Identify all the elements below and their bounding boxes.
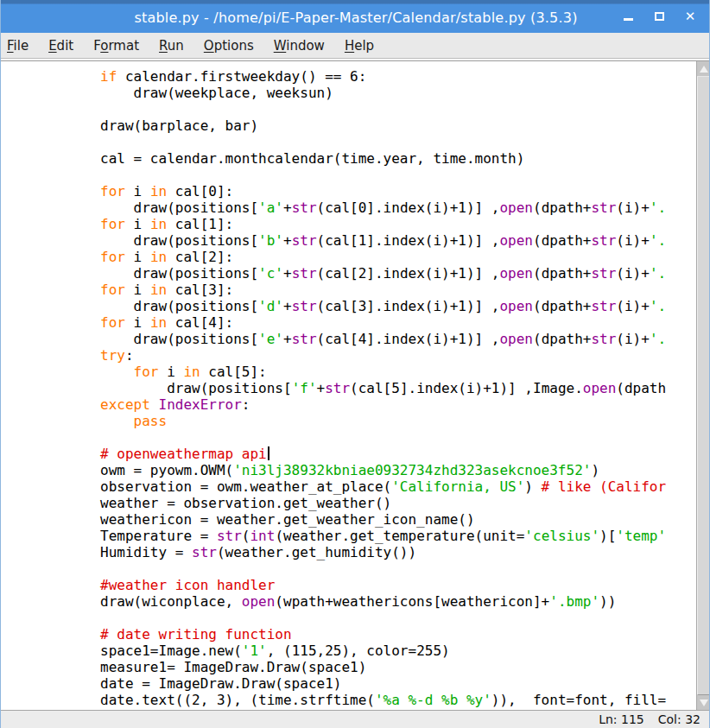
vertical-scrollbar[interactable]: [696, 61, 710, 710]
text-cursor: [268, 446, 269, 460]
code-line: for i in cal[4]:: [34, 314, 696, 331]
code-line: measure1= ImageDraw.Draw(space1): [34, 659, 696, 675]
code-area[interactable]: if calendar.firstweekday() == 6: draw(we…: [1, 61, 696, 710]
code-line: date.text((2, 3), (time.strftime('%a %-d…: [34, 692, 696, 708]
code-line: for i in cal[2]:: [34, 249, 696, 265]
code-line: observation = owm.weather_at_place('Cali…: [34, 478, 696, 495]
code-line: [34, 167, 696, 183]
code-line: except IndexError:: [34, 396, 696, 413]
status-bar: Ln: 115 Col: 32: [1, 710, 710, 728]
code-line: weather = observation.get_weather(): [34, 495, 696, 511]
code-line: for i in cal[0]:: [34, 183, 696, 199]
menu-item-run[interactable]: Run: [157, 36, 186, 55]
minimize-button[interactable]: [621, 9, 635, 23]
code-line: date = ImageDraw.Draw(space1): [34, 675, 696, 692]
status-col-indicator: Col: 32: [658, 712, 700, 726]
menu-bar: FileEditFormatRunOptionsWindowHelp: [1, 33, 710, 59]
editor-main: if calendar.firstweekday() == 6: draw(we…: [1, 61, 710, 710]
code-line: draw(positions['b'+str(cal[1].index(i)+1…: [34, 232, 696, 249]
code-line: for i in cal[3]:: [34, 282, 696, 298]
window-controls: ✕: [621, 0, 697, 33]
code-line: if calendar.firstweekday() == 6:: [34, 68, 696, 85]
code-line: draw(barplace, bar): [34, 117, 696, 134]
code-line: weathericon = weather.get_weather_icon_n…: [34, 511, 696, 528]
menu-item-help[interactable]: Help: [343, 36, 376, 55]
arrow-down-icon: [700, 700, 708, 706]
close-icon: ✕: [685, 10, 696, 23]
code-line: for i in cal[5]:: [34, 364, 696, 380]
code-line: cal = calendar.monthcalendar(time.year, …: [34, 150, 696, 167]
code-line: try:: [34, 347, 696, 364]
maximize-button[interactable]: [652, 9, 666, 23]
code-line: [34, 101, 696, 117]
menu-item-window[interactable]: Window: [272, 36, 326, 55]
minimize-icon: [624, 18, 633, 21]
code-line: [34, 134, 696, 150]
code-line: draw(positions['c'+str(cal[2].index(i)+1…: [34, 265, 696, 282]
menu-item-format[interactable]: Format: [92, 36, 141, 55]
arrow-up-icon: [700, 66, 708, 73]
maximize-icon: [655, 12, 664, 21]
code-line: for i in cal[1]:: [34, 216, 696, 232]
close-button[interactable]: ✕: [683, 9, 697, 23]
code-line: #weather icon handler: [34, 577, 696, 593]
code-line: Humidity = str(weather.get_humidity()): [34, 544, 696, 560]
title-bar[interactable]: stable.py - /home/pi/E-Paper-Master/Cale…: [1, 0, 710, 33]
code-line: [34, 560, 696, 577]
menu-item-edit[interactable]: Edit: [47, 36, 75, 55]
code-line: draw(weekplace, weeksun): [34, 85, 696, 101]
idle-editor-window: stable.py - /home/pi/E-Paper-Master/Cale…: [1, 0, 710, 728]
code-line: Temperature = str(int(weather.get_temper…: [34, 528, 696, 544]
window-title: stable.py - /home/pi/E-Paper-Master/Cale…: [134, 7, 577, 26]
code-line: pass: [34, 413, 696, 429]
code-line: draw(positions['e'+str(cal[4].index(i)+1…: [34, 331, 696, 347]
menu-item-options[interactable]: Options: [202, 36, 256, 55]
status-line-indicator: Ln: 115: [599, 712, 644, 726]
code-line: draw(positions['d'+str(cal[3].index(i)+1…: [34, 298, 696, 314]
code-line: [34, 429, 696, 446]
code-line: owm = pyowm.OWM('ni3lj38932kbniae0932734…: [34, 462, 696, 478]
scrollbar-thumb[interactable]: [697, 76, 710, 695]
code-line: [34, 610, 696, 626]
scroll-up-button[interactable]: [697, 61, 710, 76]
code-line: draw(wiconplace, open(wpath+weathericons…: [34, 593, 696, 610]
scroll-down-button[interactable]: [697, 695, 710, 710]
code-line: # date writing function: [34, 626, 696, 643]
code-line: # openweathermap api: [34, 446, 696, 462]
code-line: space1=Image.new('1', (115,25), color=25…: [34, 643, 696, 659]
menu-item-file[interactable]: File: [5, 36, 30, 55]
code-line: draw(positions['a'+str(cal[0].index(i)+1…: [34, 199, 696, 216]
code-line: draw(positions['f'+str(cal[5].index(i)+1…: [34, 380, 696, 396]
